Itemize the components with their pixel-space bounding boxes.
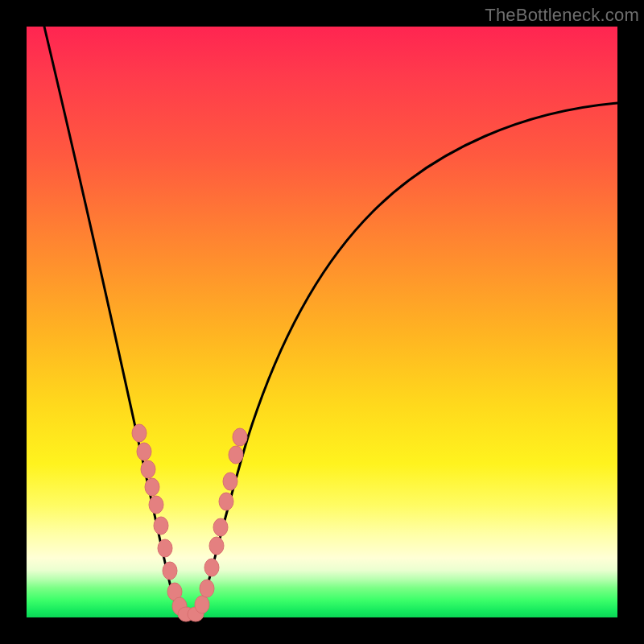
svg-point-3	[145, 478, 159, 496]
svg-point-12	[195, 596, 209, 613]
svg-point-7	[163, 562, 177, 580]
svg-point-20	[233, 428, 247, 446]
svg-point-5	[154, 517, 168, 535]
svg-point-0	[132, 424, 147, 442]
svg-point-17	[219, 493, 233, 510]
svg-point-4	[149, 496, 163, 514]
svg-point-18	[223, 473, 237, 490]
svg-point-14	[204, 559, 219, 576]
chart-svg	[27, 27, 617, 617]
marker-group	[132, 424, 247, 621]
svg-point-19	[229, 446, 243, 464]
svg-point-6	[158, 539, 172, 557]
watermark-text: TheBottleneck.com	[485, 5, 639, 26]
svg-point-15	[209, 537, 224, 555]
chart-frame: TheBottleneck.com	[0, 0, 644, 644]
curve-right-branch	[199, 103, 617, 615]
svg-point-1	[137, 443, 151, 460]
svg-point-13	[200, 580, 214, 597]
svg-point-2	[141, 460, 155, 478]
svg-point-16	[213, 518, 228, 536]
